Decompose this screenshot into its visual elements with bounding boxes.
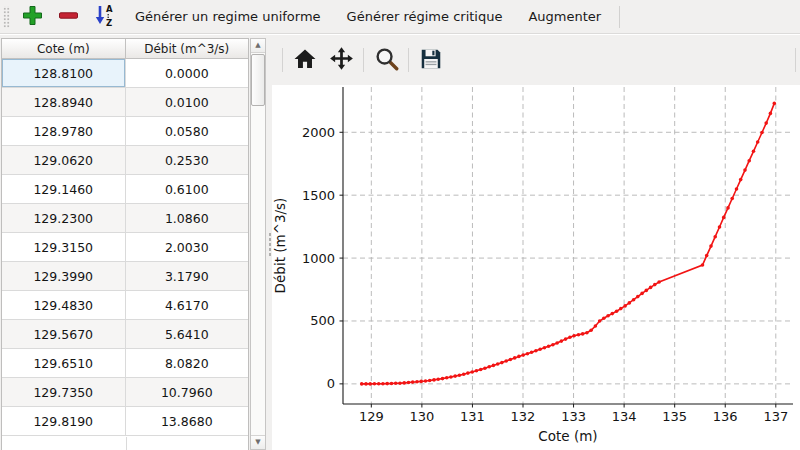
svg-text:134: 134 <box>612 409 637 424</box>
rating-table: Cote (m) Débit (m^3/s) 128.81000.0000128… <box>1 38 249 450</box>
table-cell[interactable]: 129.2300 <box>2 204 126 233</box>
table-cell[interactable]: 4.6170 <box>126 291 249 320</box>
svg-text:Z: Z <box>106 18 112 27</box>
table-cell[interactable]: 129.3150 <box>2 233 126 262</box>
table-cell[interactable]: 0.0100 <box>126 88 249 117</box>
main-toolbar: A Z Générer un regime uniforme Générer r… <box>0 0 800 34</box>
chart-line <box>362 103 775 384</box>
table-cell[interactable]: 129.1460 <box>2 175 126 204</box>
sort-rows-button[interactable]: A Z <box>86 3 122 31</box>
table-cell[interactable]: 129.8190 <box>2 407 126 436</box>
table-cell[interactable]: 129.3990 <box>2 262 126 291</box>
table-cell[interactable]: 3.1790 <box>126 262 249 291</box>
table-cell[interactable]: 128.8940 <box>2 88 126 117</box>
table-panel: Cote (m) Débit (m^3/s) 128.81000.0000128… <box>0 35 272 450</box>
scrollbar-thumb[interactable] <box>251 54 265 106</box>
table-cell[interactable]: 129.6510 <box>2 349 126 378</box>
column-header-debit[interactable]: Débit (m^3/s) <box>126 39 249 58</box>
app-window: A Z Générer un regime uniforme Générer r… <box>0 0 800 450</box>
plus-icon <box>21 4 44 30</box>
sort-az-icon: A Z <box>92 3 116 30</box>
table-cell[interactable]: 128.9780 <box>2 117 126 146</box>
augment-button[interactable]: Augmenter <box>515 3 614 31</box>
svg-text:0: 0 <box>327 376 335 391</box>
table-row: 128.81000.0000 <box>2 59 248 88</box>
grid-lines <box>343 87 793 404</box>
table-cell[interactable]: 13.8680 <box>126 407 249 436</box>
table-cell[interactable]: 5.6410 <box>126 320 249 349</box>
scroll-down-arrow-icon[interactable]: ▼ <box>251 435 265 449</box>
svg-text:133: 133 <box>561 409 586 424</box>
minus-icon <box>57 4 80 30</box>
svg-text:1500: 1500 <box>302 188 335 203</box>
tick-labels: 1291301311321331341351361370500100015002… <box>302 125 788 424</box>
svg-text:131: 131 <box>460 409 485 424</box>
chart-markers <box>360 102 776 386</box>
table-row: 129.06200.2530 <box>2 146 248 175</box>
table-cell[interactable]: 129.0620 <box>2 146 126 175</box>
y-axis-label: Débit (m^3/s) <box>272 198 288 294</box>
pan-button[interactable] <box>325 44 357 76</box>
save-icon <box>419 47 443 74</box>
table-body: 128.81000.0000128.89400.0100128.97800.05… <box>2 59 248 436</box>
chart-panel: 1291301311321331341351361370500100015002… <box>272 35 800 450</box>
add-row-button[interactable] <box>14 3 50 31</box>
table-cell[interactable]: 0.2530 <box>126 146 249 175</box>
remove-row-button[interactable] <box>50 3 86 31</box>
table-cell[interactable]: 128.8100 <box>2 59 126 88</box>
svg-text:132: 132 <box>511 409 536 424</box>
table-row: 129.48304.6170 <box>2 291 248 320</box>
table-cell[interactable]: 1.0860 <box>126 204 249 233</box>
table-cell[interactable]: 0.0580 <box>126 117 249 146</box>
table-row: 128.89400.0100 <box>2 88 248 117</box>
home-icon <box>293 47 317 74</box>
toolbar-drag-handle[interactable] <box>3 6 10 28</box>
rating-curve-chart[interactable]: 1291301311321331341351361370500100015002… <box>272 85 800 450</box>
x-axis-label: Cote (m) <box>538 428 597 444</box>
table-row: 129.39903.1790 <box>2 262 248 291</box>
svg-text:2000: 2000 <box>302 125 335 140</box>
column-header-cote[interactable]: Cote (m) <box>2 39 126 58</box>
zoom-rect-button[interactable] <box>370 44 402 76</box>
table-cell[interactable]: 0.6100 <box>126 175 249 204</box>
table-cell[interactable]: 8.0820 <box>126 349 249 378</box>
table-cell[interactable]: 0.0000 <box>126 59 249 88</box>
axes-spines <box>343 87 793 404</box>
figure-area: 1291301311321331341351361370500100015002… <box>272 85 800 450</box>
table-cell[interactable]: 10.7960 <box>126 378 249 407</box>
scroll-up-arrow-icon[interactable]: ▲ <box>251 39 265 53</box>
table-row: 129.56705.6410 <box>2 320 248 349</box>
svg-text:129: 129 <box>359 409 384 424</box>
plot-toolbar-separator <box>795 48 796 72</box>
zoom-icon <box>374 46 399 74</box>
table-row: 129.819013.8680 <box>2 407 248 436</box>
table-row: 129.14600.6100 <box>2 175 248 204</box>
axis-ticks <box>340 132 776 407</box>
home-view-button[interactable] <box>289 44 321 76</box>
generate-uniform-regime-button[interactable]: Générer un regime uniforme <box>122 3 334 31</box>
table-row: 129.31502.0030 <box>2 233 248 262</box>
table-row: 129.65108.0820 <box>2 349 248 378</box>
table-cell[interactable]: 129.4830 <box>2 291 126 320</box>
svg-text:A: A <box>106 4 113 14</box>
table-cell[interactable]: 2.0030 <box>126 233 249 262</box>
generate-critical-regime-button[interactable]: Générer régime critique <box>334 3 516 31</box>
plot-toolbar-separator <box>363 48 364 72</box>
column-divider <box>126 437 127 450</box>
pan-icon <box>329 46 354 74</box>
svg-text:130: 130 <box>409 409 434 424</box>
table-scrollbar[interactable]: ▲ ▼ <box>250 38 266 450</box>
plot-toolbar-separator <box>408 48 409 72</box>
svg-text:137: 137 <box>763 409 788 424</box>
svg-text:500: 500 <box>310 313 335 328</box>
svg-text:136: 136 <box>713 409 738 424</box>
table-header: Cote (m) Débit (m^3/s) <box>2 39 248 59</box>
save-figure-button[interactable] <box>415 44 447 76</box>
plot-toolbar <box>272 35 800 85</box>
table-cell[interactable]: 129.5670 <box>2 320 126 349</box>
svg-text:135: 135 <box>662 409 687 424</box>
table-cell[interactable]: 129.7350 <box>2 378 126 407</box>
table-row: 129.735010.7960 <box>2 378 248 407</box>
splitter-grip-icon <box>267 231 271 257</box>
table-row: 129.23001.0860 <box>2 204 248 233</box>
